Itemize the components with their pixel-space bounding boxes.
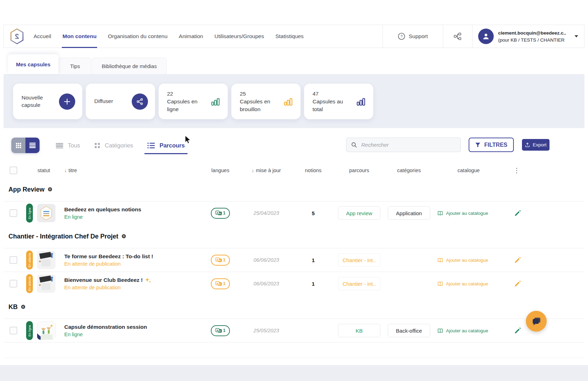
view-tous[interactable]: Tous bbox=[56, 137, 80, 154]
list-icon bbox=[29, 143, 36, 148]
capsule-title[interactable]: Bienvenue sur Club Beedeez ! bbox=[64, 277, 202, 283]
table-header: statut ↓ titre langues ↓ mise à jour not… bbox=[4, 163, 584, 178]
hierarchy-button[interactable] bbox=[443, 25, 472, 48]
row-checkbox[interactable] bbox=[10, 256, 17, 264]
add-to-catalogue-link[interactable]: Ajouter au catalogue bbox=[432, 281, 505, 286]
chevron-down-icon[interactable] bbox=[574, 35, 578, 38]
export-button[interactable]: Export bbox=[522, 139, 550, 151]
translate-icon: ✳ A bbox=[215, 328, 222, 333]
group-header-app-review: App Review ⚙ bbox=[4, 178, 584, 201]
group-name: Chantier - Intégration Chef De Projet bbox=[8, 233, 118, 240]
parcours-chip[interactable]: KB bbox=[338, 324, 380, 337]
plus-icon[interactable] bbox=[59, 93, 75, 110]
org-chart-icon bbox=[453, 32, 462, 41]
capsule-thumbnail[interactable] bbox=[37, 321, 55, 340]
beedeez-logo[interactable]: 2 bbox=[10, 28, 24, 44]
capsule-title[interactable]: Capsule démonstration session bbox=[64, 324, 202, 330]
rows-icon bbox=[56, 143, 63, 149]
categorie-chip[interactable]: Back-office bbox=[388, 324, 430, 337]
capsule-title[interactable]: Beedeez en quelques notions bbox=[64, 206, 202, 213]
capsule-status: En attente de publication bbox=[64, 261, 202, 267]
diffuser-card[interactable]: Diffuser bbox=[86, 84, 155, 119]
capsule-thumbnail[interactable] bbox=[37, 251, 55, 269]
nav-item-accueil[interactable]: Accueil bbox=[34, 25, 51, 48]
view-filters: Tous Catégories Parcours bbox=[56, 137, 185, 154]
parcours-chip[interactable]: Chantier - int.. bbox=[338, 253, 380, 267]
gear-icon[interactable]: ⚙ bbox=[21, 304, 25, 310]
categorie-chip[interactable]: Application bbox=[388, 206, 430, 220]
edit-pencil-icon[interactable] bbox=[514, 280, 521, 287]
parcours-chip[interactable]: App review bbox=[338, 206, 380, 220]
row-checkbox[interactable] bbox=[10, 280, 17, 288]
col-categories: catégories bbox=[386, 168, 432, 173]
edit-pencil-icon[interactable] bbox=[514, 327, 521, 334]
capsule-thumbnail[interactable] bbox=[37, 204, 55, 222]
account-menu[interactable]: clement.bocquin@beedeez.c.. (pour KB / T… bbox=[473, 25, 584, 48]
tab-bibliotheque-medias[interactable]: Bibliothèque de médias bbox=[92, 58, 167, 74]
filters-label: FILTRES bbox=[484, 142, 507, 148]
group-header-kb: KB ⚙ bbox=[4, 295, 584, 319]
tab-mes-capsules[interactable]: Mes capsules bbox=[8, 54, 58, 74]
diffuser-label: Diffuser bbox=[94, 98, 113, 105]
sparkles-icon bbox=[145, 277, 151, 283]
nav-item-mon-contenu[interactable]: Mon contenu bbox=[63, 25, 96, 48]
view-parcours[interactable]: Parcours bbox=[147, 137, 185, 154]
updated-date: 25/04/2023 bbox=[239, 210, 294, 216]
row-checkbox[interactable] bbox=[10, 327, 17, 334]
edit-pencil-icon[interactable] bbox=[514, 257, 521, 264]
add-to-catalogue-link[interactable]: Ajouter au catalogue bbox=[432, 211, 505, 216]
chat-launcher-button[interactable] bbox=[526, 311, 547, 332]
col-titre[interactable]: ↓ titre bbox=[64, 168, 202, 173]
capsule-table: statut ↓ titre langues ↓ mise à jour not… bbox=[4, 163, 584, 358]
export-icon bbox=[525, 142, 530, 147]
avatar bbox=[478, 29, 494, 44]
add-to-catalogue-link[interactable]: Ajouter au catalogue bbox=[432, 258, 505, 263]
edit-pencil-icon[interactable] bbox=[514, 210, 521, 217]
group-header-chantier: Chantier - Intégration Chef De Projet ⚙ bbox=[4, 225, 584, 248]
select-all-checkbox[interactable] bbox=[10, 167, 17, 174]
stat-card-draft: 25 Capsules en brouillon bbox=[231, 84, 301, 119]
nav-item-utilisateurs[interactable]: Utilisateurs/Groupes bbox=[214, 25, 264, 48]
row-checkbox[interactable] bbox=[10, 209, 17, 217]
account-org: (pour KB / TESTS / CHANTIER bbox=[498, 37, 565, 43]
search-icon bbox=[351, 141, 357, 148]
add-to-catalogue-link[interactable]: Ajouter au catalogue bbox=[432, 328, 505, 333]
col-mise-a-jour[interactable]: ↓ mise à jour bbox=[239, 168, 294, 173]
support-button[interactable]: ? Support bbox=[383, 25, 443, 48]
view-categories[interactable]: Catégories bbox=[94, 137, 133, 154]
tab-tips[interactable]: Tips bbox=[59, 58, 91, 74]
stat-online-label: Capsules en ligne bbox=[167, 98, 206, 113]
view-mode-toggle bbox=[11, 138, 40, 153]
grid-view-button[interactable] bbox=[11, 138, 25, 153]
languages-count: 1 bbox=[223, 258, 226, 262]
view-tous-label: Tous bbox=[68, 142, 80, 149]
updated-date: 06/06/2023 bbox=[239, 257, 294, 263]
filters-button[interactable]: FILTRES bbox=[469, 138, 514, 152]
svg-text:A: A bbox=[216, 328, 219, 332]
stat-total-value: 47 bbox=[313, 90, 351, 98]
status-pill: En ligne bbox=[26, 204, 33, 223]
col-catalogue: catalogue bbox=[432, 168, 505, 173]
stat-card-online: 22 Capsules en ligne bbox=[159, 84, 228, 119]
group-name: App Review bbox=[8, 186, 44, 193]
ordered-list-icon bbox=[147, 143, 155, 149]
languages-badge: ✳ A 1 bbox=[211, 255, 230, 266]
gear-icon[interactable]: ⚙ bbox=[48, 186, 52, 193]
nav-item-organisation[interactable]: Organisation du contenu bbox=[108, 25, 167, 48]
capsule-thumbnail[interactable] bbox=[37, 274, 55, 293]
capsule-title[interactable]: Te forme sur Beedeez : To-do list ! bbox=[64, 253, 202, 260]
beedeez-backoffice-page: 2 Accueil Mon contenu Organisation du co… bbox=[0, 0, 588, 381]
search-input[interactable] bbox=[361, 141, 456, 148]
dots-grid-icon bbox=[94, 143, 100, 149]
parcours-chip[interactable]: Chantier - int.. bbox=[338, 277, 380, 290]
gear-icon[interactable]: ⚙ bbox=[121, 233, 126, 240]
share-icon[interactable] bbox=[132, 93, 148, 110]
column-options-kebab-icon[interactable]: ⋮ bbox=[505, 167, 584, 174]
languages-badge: ✳ A 1 bbox=[211, 278, 230, 289]
col-statut: statut bbox=[23, 168, 64, 173]
nav-item-statistiques[interactable]: Statistiques bbox=[275, 25, 304, 48]
new-capsule-card[interactable]: Nouvelle capsule bbox=[13, 84, 82, 119]
nav-item-animation[interactable]: Animation bbox=[179, 25, 203, 48]
list-view-button[interactable] bbox=[25, 138, 40, 153]
capsule-status: En ligne bbox=[64, 214, 202, 220]
